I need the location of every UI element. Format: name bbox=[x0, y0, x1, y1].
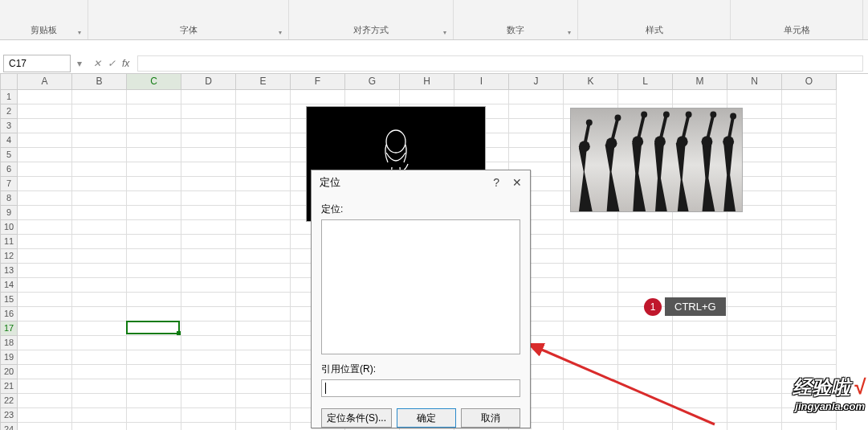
cell[interactable] bbox=[127, 264, 181, 278]
cell[interactable] bbox=[127, 379, 181, 394]
cell[interactable] bbox=[564, 220, 618, 235]
cell[interactable] bbox=[564, 408, 618, 423]
cell[interactable] bbox=[400, 90, 454, 104]
cell[interactable] bbox=[181, 423, 236, 430]
cell[interactable] bbox=[72, 278, 127, 293]
cell[interactable] bbox=[564, 235, 618, 249]
cell[interactable] bbox=[673, 394, 727, 408]
cell[interactable] bbox=[72, 235, 127, 249]
row-header[interactable]: 19 bbox=[0, 350, 18, 365]
cell[interactable] bbox=[782, 321, 837, 336]
row-header[interactable]: 10 bbox=[0, 220, 18, 235]
cell[interactable] bbox=[509, 104, 564, 119]
cell[interactable] bbox=[127, 336, 181, 350]
cell[interactable] bbox=[727, 235, 782, 249]
cell[interactable] bbox=[181, 162, 236, 177]
cell[interactable] bbox=[18, 206, 72, 220]
column-header[interactable]: M bbox=[673, 74, 727, 90]
cell[interactable] bbox=[564, 307, 618, 321]
cell[interactable] bbox=[72, 191, 127, 206]
cell[interactable] bbox=[18, 264, 72, 278]
cell[interactable] bbox=[127, 104, 181, 119]
formula-input[interactable] bbox=[137, 55, 863, 72]
cancel-button[interactable]: 取消 bbox=[461, 408, 520, 428]
close-icon[interactable]: ✕ bbox=[512, 176, 522, 189]
column-header[interactable]: E bbox=[236, 74, 291, 90]
cell[interactable] bbox=[72, 206, 127, 220]
row-header[interactable]: 9 bbox=[0, 206, 18, 220]
locate-listbox[interactable] bbox=[321, 219, 520, 354]
cell[interactable] bbox=[18, 162, 72, 177]
cell[interactable] bbox=[564, 293, 618, 307]
cell[interactable] bbox=[236, 119, 291, 133]
cell[interactable] bbox=[727, 264, 782, 278]
cell[interactable] bbox=[673, 423, 727, 430]
cell[interactable] bbox=[181, 278, 236, 293]
cell[interactable] bbox=[727, 220, 782, 235]
cell[interactable] bbox=[72, 177, 127, 191]
cell[interactable] bbox=[673, 321, 727, 336]
cell[interactable] bbox=[673, 336, 727, 350]
row-header[interactable]: 6 bbox=[0, 162, 18, 177]
cell[interactable] bbox=[127, 365, 181, 379]
column-header[interactable]: D bbox=[181, 74, 236, 90]
cell[interactable] bbox=[782, 249, 837, 264]
row-header[interactable]: 20 bbox=[0, 365, 18, 379]
cell[interactable] bbox=[564, 379, 618, 394]
cell[interactable] bbox=[236, 235, 291, 249]
reference-input[interactable] bbox=[321, 379, 520, 397]
cell[interactable] bbox=[727, 408, 782, 423]
cell[interactable] bbox=[18, 408, 72, 423]
cell[interactable] bbox=[72, 249, 127, 264]
cell[interactable] bbox=[673, 408, 727, 423]
cell[interactable] bbox=[18, 235, 72, 249]
cell[interactable] bbox=[727, 278, 782, 293]
cell[interactable] bbox=[72, 379, 127, 394]
cell[interactable] bbox=[127, 148, 181, 162]
cell[interactable] bbox=[72, 264, 127, 278]
cell[interactable] bbox=[782, 162, 837, 177]
cell[interactable] bbox=[564, 423, 618, 430]
column-header[interactable]: A bbox=[18, 74, 72, 90]
row-header[interactable]: 21 bbox=[0, 379, 18, 394]
cell[interactable] bbox=[236, 365, 291, 379]
cell[interactable] bbox=[236, 293, 291, 307]
cell[interactable] bbox=[18, 394, 72, 408]
cell[interactable] bbox=[782, 307, 837, 321]
cell[interactable] bbox=[127, 321, 181, 336]
row-header[interactable]: 18 bbox=[0, 336, 18, 350]
cell[interactable] bbox=[127, 307, 181, 321]
cell[interactable] bbox=[236, 264, 291, 278]
cell[interactable] bbox=[509, 148, 564, 162]
fx-icon[interactable]: fx bbox=[122, 58, 129, 69]
column-header[interactable]: K bbox=[564, 74, 618, 90]
cell[interactable] bbox=[564, 394, 618, 408]
cell[interactable] bbox=[618, 365, 673, 379]
cell[interactable] bbox=[18, 321, 72, 336]
cell[interactable] bbox=[727, 379, 782, 394]
row-header[interactable]: 13 bbox=[0, 264, 18, 278]
cell[interactable] bbox=[18, 423, 72, 430]
cell[interactable] bbox=[236, 408, 291, 423]
cell[interactable] bbox=[509, 119, 564, 133]
cell[interactable] bbox=[181, 235, 236, 249]
cell[interactable] bbox=[673, 350, 727, 365]
cell[interactable] bbox=[618, 220, 673, 235]
column-header[interactable]: I bbox=[454, 74, 509, 90]
cell[interactable] bbox=[72, 394, 127, 408]
cell[interactable] bbox=[509, 133, 564, 148]
cell[interactable] bbox=[181, 379, 236, 394]
cell[interactable] bbox=[127, 220, 181, 235]
cell[interactable] bbox=[127, 350, 181, 365]
cell[interactable] bbox=[127, 90, 181, 104]
cell[interactable] bbox=[564, 321, 618, 336]
cell[interactable] bbox=[618, 278, 673, 293]
cell[interactable] bbox=[564, 278, 618, 293]
cell[interactable] bbox=[181, 119, 236, 133]
name-box-dropdown-icon[interactable]: ▾ bbox=[74, 58, 85, 69]
cancel-formula-icon[interactable]: ✕ bbox=[93, 58, 101, 69]
cell[interactable] bbox=[181, 104, 236, 119]
cell[interactable] bbox=[127, 206, 181, 220]
cell[interactable] bbox=[564, 90, 618, 104]
cell[interactable] bbox=[236, 104, 291, 119]
